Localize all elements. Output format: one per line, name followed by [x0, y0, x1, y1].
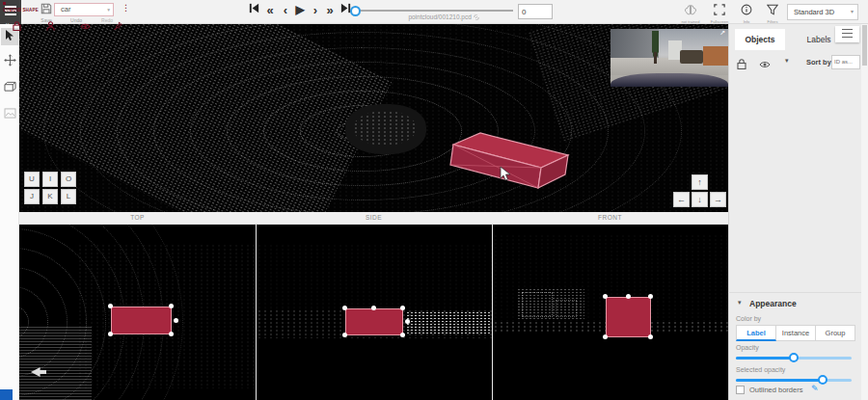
eye-icon — [759, 60, 771, 69]
sort-order-select[interactable]: ID as... — [831, 55, 860, 69]
key-hint-k[interactable]: K — [42, 189, 58, 204]
visibility-filter-button[interactable] — [759, 56, 771, 73]
resize-handle[interactable] — [400, 333, 405, 337]
nav-up-button[interactable]: ↑ — [692, 174, 708, 190]
resize-handle[interactable] — [626, 294, 631, 299]
appearance-title[interactable]: Appearance — [749, 299, 797, 308]
pencil-icon[interactable]: ✎ — [811, 384, 819, 393]
resize-handle[interactable] — [400, 306, 405, 310]
color-by-group-button[interactable]: Group — [816, 325, 855, 341]
fast-forward-button[interactable]: » — [322, 2, 338, 19]
frame-number-input[interactable] — [518, 4, 553, 19]
fast-backward-button[interactable]: « — [262, 2, 278, 19]
image-context-tool-button[interactable] — [1, 105, 18, 122]
point-cloud-texture — [257, 244, 492, 311]
ego-vehicle-points — [353, 111, 417, 146]
thumb-truck — [680, 50, 703, 64]
key-hint-l[interactable]: L — [61, 189, 76, 204]
outlined-borders-label: Outlined borders — [749, 386, 802, 394]
side-view[interactable] — [257, 225, 492, 400]
object-lock-button[interactable] — [13, 17, 21, 35]
object-visibility-button[interactable] — [80, 17, 91, 35]
resize-handle[interactable] — [169, 332, 174, 336]
resize-handle[interactable] — [342, 306, 347, 310]
collapse-icon[interactable]: ▾ — [738, 299, 742, 307]
nav-left-button[interactable]: ← — [673, 192, 690, 207]
camera-context-thumbnail[interactable]: ↗ — [610, 29, 728, 87]
object-menu-button[interactable]: ⋮ — [122, 3, 130, 13]
step-forward-button[interactable]: › — [308, 2, 323, 19]
panel-scrollbar-thumb[interactable] — [862, 25, 867, 66]
info-button[interactable]: Info — [734, 2, 759, 22]
resize-handle[interactable] — [108, 332, 113, 336]
pan-tool-button[interactable] — [1, 53, 18, 70]
expand-icon[interactable]: ↗ — [719, 29, 725, 37]
selected-opacity-slider-handle[interactable] — [818, 375, 827, 385]
object-color-dot — [3, 2, 6, 5]
tools-sidebar — [0, 24, 19, 400]
nav-down-button[interactable]: ↓ — [692, 192, 708, 207]
play-button[interactable]: ▶ — [292, 2, 308, 19]
resize-handle[interactable] — [342, 333, 347, 337]
layout-mode-select[interactable]: Standard 3D ▾ — [787, 4, 858, 20]
resize-handle[interactable] — [108, 304, 113, 308]
app-badge[interactable] — [0, 389, 13, 400]
opacity-label: Opacity — [736, 344, 759, 351]
move-icon — [4, 54, 16, 67]
key-hint-u[interactable]: U — [24, 172, 40, 187]
lock-icon — [13, 21, 21, 31]
resize-handle[interactable] — [648, 294, 653, 299]
filename-text: pointcloud/001210.pcd — [408, 13, 471, 20]
neural-net-button[interactable]: not trained — [678, 2, 703, 22]
resize-handle[interactable] — [603, 294, 608, 299]
opacity-slider-fill — [736, 357, 794, 360]
side-view-label: SIDE — [256, 214, 492, 221]
rotate-handle[interactable] — [405, 319, 410, 324]
cuboid-tool-button[interactable] — [1, 79, 18, 96]
main-3d-view[interactable]: U I O J K L ↑ ← ↓ → ↗ — [19, 24, 728, 212]
timeline-slider-track[interactable] — [355, 10, 513, 12]
key-hint-j[interactable]: J — [24, 189, 40, 204]
cuboid-annotation-top[interactable] — [111, 307, 172, 334]
outlined-borders-checkbox[interactable] — [736, 386, 745, 394]
fullscreen-button[interactable]: Fullscreen — [707, 2, 732, 22]
floppy-icon — [41, 3, 52, 14]
key-hint-o[interactable]: O — [61, 172, 76, 187]
info-icon — [741, 4, 752, 15]
filters-button[interactable]: Filters — [760, 2, 785, 22]
thumb-orange-wall — [703, 46, 728, 66]
expand-all-button[interactable]: ▾ — [785, 57, 789, 65]
tab-labels[interactable]: Labels — [797, 29, 841, 50]
color-by-label-button[interactable]: Label — [736, 325, 776, 341]
object-class-select[interactable]: car ▾ — [54, 3, 114, 16]
cuboid-annotation-front[interactable] — [606, 297, 651, 337]
object-class-value: car — [61, 5, 70, 13]
tab-objects[interactable]: Objects — [735, 29, 785, 50]
top-view[interactable] — [19, 225, 256, 400]
current-file-name: pointcloud/001210.pcd — [366, 13, 521, 20]
object-pin-button[interactable] — [114, 17, 122, 35]
resize-handle[interactable] — [648, 334, 653, 339]
skip-start-icon — [248, 2, 260, 14]
lock-filter-button[interactable] — [737, 56, 746, 73]
filter-icon — [767, 4, 778, 15]
link-icon[interactable] — [474, 14, 479, 20]
rotate-handle[interactable] — [174, 318, 178, 323]
resize-handle[interactable] — [169, 304, 174, 308]
sort-by-label: Sort by — [806, 58, 831, 67]
resize-handle[interactable] — [371, 306, 376, 310]
selected-opacity-label: Selected opacity — [736, 366, 785, 373]
front-view[interactable] — [493, 225, 728, 400]
cuboid-annotation[interactable] — [444, 125, 579, 198]
cuboid-annotation-side[interactable] — [345, 308, 403, 335]
key-hint-i[interactable]: I — [42, 172, 58, 187]
skip-to-start-button[interactable] — [246, 2, 261, 19]
step-backward-button[interactable]: ‹ — [278, 2, 293, 19]
nav-right-button[interactable]: → — [710, 192, 726, 207]
opacity-slider-handle[interactable] — [789, 353, 799, 362]
resize-handle[interactable] — [603, 334, 608, 339]
color-by-instance-button[interactable]: Instance — [776, 325, 816, 341]
object-author-button[interactable] — [46, 17, 55, 35]
panel-scrollbar[interactable] — [861, 24, 868, 400]
timeline-slider-handle[interactable] — [350, 6, 361, 16]
